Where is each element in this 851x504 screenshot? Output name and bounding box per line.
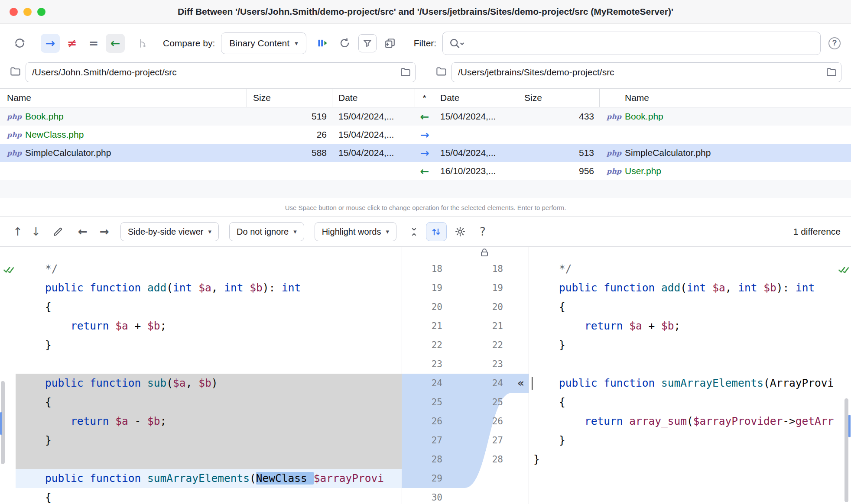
synchronize-scrolling-button[interactable] — [426, 222, 447, 241]
copy-left-button[interactable]: ← — [106, 34, 125, 53]
operation-arrow-cell[interactable]: ← — [415, 162, 434, 180]
line-number: 18 — [402, 259, 466, 278]
browse-folder-icon[interactable] — [826, 67, 837, 80]
diff-window: Diff Between '/Users/John.Smith/demo-pro… — [0, 0, 851, 504]
apply-change-chevron-icon[interactable]: « — [517, 374, 524, 393]
code-line[interactable] — [16, 355, 402, 374]
lock-icon[interactable] — [479, 247, 490, 259]
code-line[interactable]: return $a - $b; — [16, 412, 402, 431]
left-code-pane: */ public function add(int $a, int $b): … — [0, 247, 402, 504]
code-line[interactable]: { — [16, 488, 402, 504]
file-date-cell-right — [434, 180, 518, 198]
operation-arrow-cell[interactable]: → — [415, 144, 434, 162]
column-header-date-left[interactable]: Date — [332, 89, 415, 107]
operation-arrow-cell[interactable]: ← — [415, 107, 434, 126]
settings-gear-icon[interactable] — [451, 223, 469, 241]
operation-arrow-cell[interactable]: → — [415, 126, 434, 144]
table-row[interactable] — [0, 180, 851, 198]
code-line[interactable]: public function sub($a, $b) — [16, 374, 402, 393]
next-difference-icon[interactable]: ↓ — [27, 223, 45, 241]
compare-columns-icon[interactable] — [313, 34, 331, 52]
operation-buttons: → ≠ = ← — [41, 34, 125, 53]
code-line[interactable]: */ — [16, 259, 402, 278]
compare-by-value: Binary Content — [229, 38, 289, 48]
toolbar-icon-group — [313, 34, 399, 52]
close-window-button[interactable] — [10, 8, 18, 16]
code-line[interactable] — [16, 450, 402, 469]
filter-funnel-icon[interactable] — [358, 34, 377, 52]
code-line[interactable]: return $a + $b; — [529, 317, 851, 336]
column-header-size-right[interactable]: Size — [518, 89, 600, 107]
edit-pencil-icon[interactable] — [49, 223, 67, 241]
file-name-cell-right — [600, 180, 851, 198]
whitespace-dropdown[interactable]: Do not ignore ▾ — [229, 222, 304, 241]
column-header-name-left[interactable]: Name — [0, 89, 247, 107]
code-line[interactable]: } — [529, 431, 851, 450]
right-code-lines: */ public function add(int $a, int $b): … — [529, 247, 851, 469]
line-number: 19 — [466, 278, 529, 297]
operation-arrow-cell[interactable] — [415, 180, 434, 198]
main-toolbar: → ≠ = ← Compare by: Binary Content ▾ — [0, 24, 851, 62]
right-gutter-numbers: 18192021222324«25262728 — [466, 247, 529, 504]
column-header-date-right[interactable]: Date — [434, 89, 518, 107]
code-line[interactable]: public function add(int $a, int $b): int — [529, 278, 851, 297]
code-line[interactable]: public function sumArrayElements(ArrayPr… — [529, 374, 851, 393]
code-line[interactable]: */ — [529, 259, 851, 278]
code-line[interactable]: } — [16, 431, 402, 450]
copy-right-arrow-icon: → — [420, 148, 429, 158]
code-line[interactable] — [529, 355, 851, 374]
line-number: 23 — [402, 355, 466, 374]
highlight-mode-dropdown[interactable]: Highlight words ▾ — [315, 222, 396, 241]
line-number: 26 — [466, 412, 529, 431]
code-line[interactable]: { — [16, 297, 402, 317]
right-change-marker[interactable] — [848, 415, 851, 437]
file-name-cell-left: phpSimpleCalculator.php — [0, 144, 247, 162]
code-line[interactable]: } — [16, 336, 402, 355]
browse-folder-icon[interactable] — [400, 67, 411, 80]
minimize-window-button[interactable] — [23, 8, 32, 16]
search-input[interactable] — [442, 32, 821, 55]
code-line[interactable]: return array_sum($arrayProvider->getArr — [529, 412, 851, 431]
branch-filter-icon[interactable] — [133, 34, 152, 52]
copy-new-icon[interactable] — [381, 34, 399, 52]
table-row[interactable]: phpSimpleCalculator.php58815/04/2024,...… — [0, 144, 851, 162]
apply-right-arrow-icon[interactable]: → — [95, 223, 114, 241]
right-scrollbar-thumb[interactable] — [845, 398, 848, 502]
diff-help-icon[interactable]: ? — [474, 223, 492, 241]
code-line[interactable]: return $a + $b; — [16, 317, 402, 336]
code-line[interactable]: } — [529, 450, 851, 469]
compare-by-dropdown[interactable]: Binary Content ▾ — [221, 32, 306, 54]
column-header-name-right[interactable]: Name — [600, 89, 851, 107]
right-path-input[interactable] — [451, 62, 841, 82]
viewer-mode-dropdown[interactable]: Side-by-side viewer ▾ — [120, 222, 219, 241]
copy-right-button[interactable]: → — [41, 34, 60, 53]
table-row[interactable]: phpBook.php51915/04/2024,...←15/04/2024,… — [0, 107, 851, 126]
apply-left-arrow-icon[interactable]: ← — [74, 223, 92, 241]
help-icon[interactable]: ? — [828, 37, 841, 49]
refresh-icon[interactable] — [10, 34, 29, 52]
php-file-icon: php — [7, 149, 25, 157]
not-equal-button[interactable]: ≠ — [62, 34, 81, 53]
previous-difference-icon[interactable]: ↑ — [9, 223, 27, 241]
code-line[interactable]: public function sumArrayElements(NewClas… — [16, 469, 402, 488]
file-name-cell-left: phpBook.php — [0, 107, 247, 126]
left-change-marker[interactable] — [0, 412, 2, 435]
code-line[interactable]: public function add(int $a, int $b): int — [16, 278, 402, 297]
column-header-size-left[interactable]: Size — [247, 89, 332, 107]
code-line[interactable]: { — [16, 393, 402, 412]
collapse-unchanged-icon[interactable] — [405, 223, 423, 241]
equal-button[interactable]: = — [84, 34, 103, 53]
code-line[interactable]: } — [529, 336, 851, 355]
code-line[interactable]: { — [529, 393, 851, 412]
column-header-operation[interactable]: * — [415, 89, 434, 107]
file-name: SimpleCalculator.php — [25, 148, 111, 158]
file-name: NewClass.php — [25, 129, 84, 140]
reload-icon[interactable] — [336, 34, 354, 52]
equals-icon: = — [89, 36, 99, 50]
zoom-window-button[interactable] — [37, 8, 45, 16]
table-row[interactable]: phpNewClass.php2615/04/2024,...→ — [0, 126, 851, 144]
table-row[interactable]: ←16/10/2023,...956phpUser.php — [0, 162, 851, 180]
code-line[interactable]: { — [529, 297, 851, 317]
left-path-input[interactable] — [26, 62, 416, 82]
line-number: 27 — [466, 431, 529, 450]
